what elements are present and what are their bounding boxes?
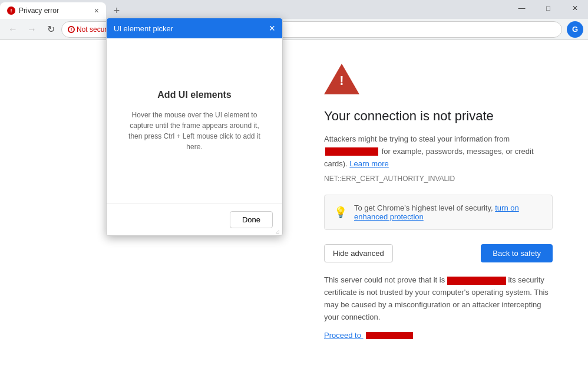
minimize-button[interactable]: —: [508, 0, 535, 17]
picker-body: Add UI elements Hover the mouse over the…: [107, 38, 282, 203]
picker-footer: Done: [107, 203, 282, 235]
done-button[interactable]: Done: [230, 211, 273, 228]
picker-dialog-title: UI element picker: [114, 24, 173, 33]
window-close-button[interactable]: ✕: [561, 0, 588, 17]
error-page: Your connection is not private Attackers…: [289, 40, 588, 363]
proceed-link-container: Proceed to: [324, 331, 553, 340]
security-tip-box: 💡 To get Chrome's highest level of secur…: [324, 195, 553, 230]
reload-button[interactable]: ↻: [42, 21, 59, 38]
forward-button[interactable]: →: [24, 21, 40, 38]
not-secure-badge: ! Not secure: [68, 25, 111, 34]
hide-advanced-button[interactable]: Hide advanced: [324, 244, 393, 262]
tab-error-icon: !: [7, 6, 15, 15]
action-row: Hide advanced Back to safety: [324, 244, 553, 262]
picker-close-button[interactable]: ×: [269, 23, 275, 34]
security-tip-text: To get Chrome's highest level of securit…: [354, 203, 543, 221]
security-tip-label: To get Chrome's highest level of securit…: [354, 203, 493, 212]
error-code: NET::ERR_CERT_AUTHORITY_INVALID: [324, 175, 553, 183]
advanced-description: This server could not prove that it is i…: [324, 274, 553, 323]
maximize-button[interactable]: □: [535, 0, 561, 17]
picker-description: Hover the mouse over the UI element to c…: [124, 110, 265, 152]
error-description: Attackers might be trying to steal your …: [324, 133, 553, 170]
profile-button[interactable]: G: [567, 21, 583, 38]
toolbar-extras: G: [567, 21, 583, 38]
tab-title: Privacy error: [19, 6, 88, 15]
back-to-safety-button[interactable]: Back to safety: [481, 244, 553, 262]
picker-header: UI element picker ×: [107, 18, 282, 38]
proceed-link[interactable]: Proceed to: [324, 331, 413, 340]
error-icon-container: [324, 64, 553, 97]
proceed-domain-redacted: [364, 331, 413, 340]
bulb-icon: 💡: [334, 206, 347, 219]
learn-more-link[interactable]: Learn more: [349, 159, 388, 168]
ui-picker-dialog: UI element picker × Add UI elements Hove…: [106, 18, 283, 236]
error-title: Your connection is not private: [324, 109, 553, 124]
not-secure-icon: !: [68, 26, 75, 33]
resize-handle[interactable]: ⊿: [275, 228, 281, 234]
picker-heading: Add UI elements: [157, 90, 231, 100]
back-button[interactable]: ←: [5, 21, 21, 38]
tab-close-button[interactable]: ×: [94, 6, 99, 15]
warning-triangle-icon: [324, 64, 359, 94]
proceed-label: Proceed to: [324, 331, 361, 340]
redacted-domain-2: [447, 275, 506, 284]
new-tab-button[interactable]: +: [108, 2, 125, 19]
redacted-domain: [325, 147, 378, 156]
advanced-text-start: This server could not prove that it is: [324, 275, 445, 284]
error-desc-start: Attackers might be trying to steal your …: [324, 134, 510, 143]
browser-tab[interactable]: ! Privacy error ×: [0, 2, 106, 19]
